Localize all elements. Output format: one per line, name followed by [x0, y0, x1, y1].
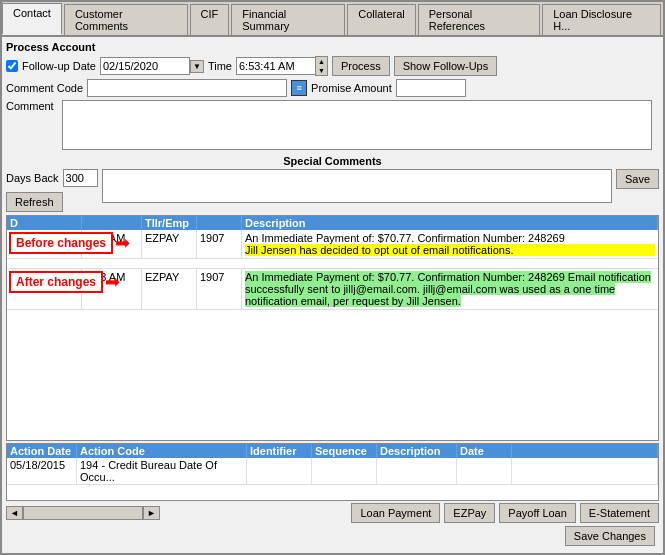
- td-emp-1: 1907: [197, 230, 242, 258]
- process-button[interactable]: Process: [332, 56, 390, 76]
- comment-textarea[interactable]: [62, 100, 652, 150]
- footer: Save Changes: [6, 523, 659, 549]
- btd-description: [377, 458, 457, 484]
- action-buttons: Loan Payment EZPay Payoff Loan E-Stateme…: [162, 503, 659, 523]
- save-changes-button[interactable]: Save Changes: [565, 526, 655, 546]
- bth-date: Date: [457, 444, 512, 458]
- time-label: Time: [208, 60, 232, 72]
- days-back-section: Days Back Refresh: [6, 169, 98, 212]
- bottom-table-section: Action Date Action Code Identifier Seque…: [6, 443, 659, 501]
- payoff-loan-button[interactable]: Payoff Loan: [499, 503, 576, 523]
- th-tllr: TIlr/Emp: [142, 216, 197, 230]
- follow-up-label: Follow-up Date: [22, 60, 96, 72]
- bth-extra: [512, 444, 658, 458]
- special-save-button[interactable]: Save: [616, 169, 659, 189]
- promise-amount-input[interactable]: [396, 79, 466, 97]
- bottom-table-header: Action Date Action Code Identifier Seque…: [7, 444, 658, 458]
- table-row-2: 02/17/2020 8:03 AM EZPAY 1907 An Immedia…: [7, 269, 658, 310]
- annotation-after-container: After changes ➡: [9, 271, 120, 293]
- td-emp-2: 1907: [197, 269, 242, 309]
- desc-text-2: An Immediate Payment of: $70.77. Confirm…: [245, 271, 651, 307]
- td-tllr-1: EZPAY: [142, 230, 197, 258]
- scroll-section: ◄ ►: [6, 506, 160, 520]
- th-date: D: [7, 216, 82, 230]
- bth-action-date: Action Date: [7, 444, 77, 458]
- tab-customer-comments[interactable]: Customer Comments: [64, 4, 188, 35]
- bottom-empty-row: [7, 485, 658, 500]
- time-input[interactable]: [236, 57, 316, 75]
- time-spin[interactable]: ▲ ▼: [315, 56, 328, 76]
- ezpay-button[interactable]: EZPay: [444, 503, 495, 523]
- content-area: Process Account Follow-up Date ▼ Time ▲ …: [2, 37, 663, 553]
- special-comments-textarea[interactable]: [102, 169, 612, 203]
- tab-contact[interactable]: Contact: [2, 3, 62, 35]
- main-table-header: D TIlr/Emp Description: [7, 216, 658, 230]
- promise-amount-label: Promise Amount: [311, 82, 392, 94]
- btd-action-date: 05/18/2015: [7, 458, 77, 484]
- td-desc-1: An Immediate Payment of: $70.77. Confirm…: [242, 230, 658, 258]
- comment-row: Comment: [6, 100, 659, 150]
- table-row-empty: [7, 259, 658, 269]
- follow-up-checkbox[interactable]: [6, 60, 18, 72]
- scroll-right-icon[interactable]: ►: [143, 506, 160, 520]
- refresh-button[interactable]: Refresh: [6, 192, 63, 212]
- annotation-before-label: Before changes: [9, 232, 113, 254]
- td-tllr-2: EZPAY: [142, 269, 197, 309]
- horizontal-scrollbar[interactable]: [23, 506, 143, 520]
- tab-financial-summary[interactable]: Financial Summary: [231, 4, 345, 35]
- e-statement-button[interactable]: E-Statement: [580, 503, 659, 523]
- bth-identifier: Identifier: [247, 444, 312, 458]
- days-back-label: Days Back: [6, 172, 59, 184]
- comment-code-row: Comment Code ≡ Promise Amount: [6, 79, 659, 97]
- bottom-table-body: 05/18/2015 194 - Credit Bureau Date Of O…: [7, 458, 658, 500]
- days-back-row: Days Back: [6, 169, 98, 187]
- tab-collateral[interactable]: Collateral: [347, 4, 415, 35]
- th-time: [82, 216, 142, 230]
- desc-line2-1: Jill Jensen has decided to opt out of em…: [245, 244, 655, 256]
- bth-description: Description: [377, 444, 457, 458]
- btd-date: [457, 458, 512, 484]
- main-table-body: 02/15/2020 7:53 AM EZPAY 1907 An Immedia…: [7, 230, 658, 440]
- btd-extra: [512, 458, 658, 484]
- btd-sequence: [312, 458, 377, 484]
- follow-up-row: Follow-up Date ▼ Time ▲ ▼ Process Show F…: [6, 56, 659, 76]
- btd-action-code: 194 - Credit Bureau Date Of Occu...: [77, 458, 247, 484]
- table-row: 02/15/2020 7:53 AM EZPAY 1907 An Immedia…: [7, 230, 658, 259]
- desc-line1-1: An Immediate Payment of: $70.77. Confirm…: [245, 232, 655, 244]
- loan-payment-button[interactable]: Loan Payment: [351, 503, 440, 523]
- bth-sequence: Sequence: [312, 444, 377, 458]
- tab-cif[interactable]: CIF: [190, 4, 230, 35]
- btd-identifier: [247, 458, 312, 484]
- th-emp: [197, 216, 242, 230]
- action-row: ◄ ► Loan Payment EZPay Payoff Loan E-Sta…: [6, 503, 659, 523]
- comment-icon[interactable]: ≡: [291, 80, 307, 96]
- days-back-input[interactable]: [63, 169, 98, 187]
- arrow-after-icon: ➡: [105, 271, 120, 293]
- date-dropdown-icon[interactable]: ▼: [190, 60, 204, 73]
- arrow-before-icon: ➡: [115, 232, 130, 254]
- scroll-left-icon[interactable]: ◄: [6, 506, 23, 520]
- th-desc: Description: [242, 216, 658, 230]
- time-spin-down[interactable]: ▼: [316, 66, 327, 75]
- special-comments-section: Special Comments Days Back Refresh Save: [6, 155, 659, 212]
- comment-label: Comment: [6, 100, 54, 112]
- tab-loan-disclosure[interactable]: Loan Disclosure H...: [542, 4, 661, 35]
- annotation-before-container: Before changes ➡: [9, 232, 130, 254]
- special-comments-label: Special Comments: [6, 155, 659, 167]
- tab-personal-references[interactable]: Personal References: [418, 4, 540, 35]
- date-wrapper: ▼: [100, 57, 204, 75]
- special-comments-row: Days Back Refresh Save: [6, 169, 659, 212]
- tab-bar: Contact Customer Comments CIF Financial …: [2, 2, 663, 37]
- time-spin-up[interactable]: ▲: [316, 57, 327, 66]
- follow-up-date-input[interactable]: [100, 57, 190, 75]
- main-table-section: D TIlr/Emp Description 02/15/2020 7:53 A…: [6, 215, 659, 441]
- comment-code-label: Comment Code: [6, 82, 83, 94]
- process-account-title: Process Account: [6, 41, 659, 53]
- bth-action-code: Action Code: [77, 444, 247, 458]
- main-window: Contact Customer Comments CIF Financial …: [0, 0, 665, 555]
- comment-code-input[interactable]: [87, 79, 287, 97]
- time-wrapper: ▲ ▼: [236, 56, 328, 76]
- bottom-table-row: 05/18/2015 194 - Credit Bureau Date Of O…: [7, 458, 658, 485]
- show-follow-ups-button[interactable]: Show Follow-Ups: [394, 56, 498, 76]
- td-desc-2: An Immediate Payment of: $70.77. Confirm…: [242, 269, 658, 309]
